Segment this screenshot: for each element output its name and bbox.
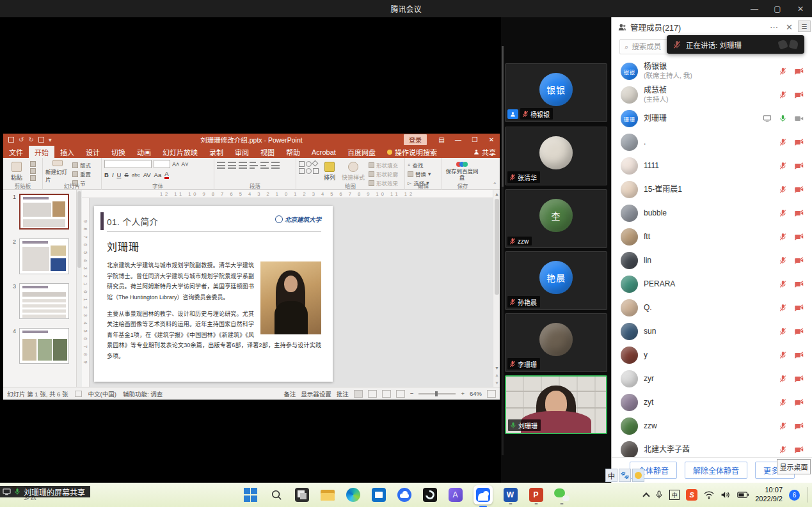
ime-skin-icon[interactable] <box>632 469 644 482</box>
zoom-level[interactable]: 64% <box>470 390 482 397</box>
member-row[interactable]: 银银 杨银银 (联席主持人, 我) <box>612 59 812 83</box>
member-mic-icon[interactable] <box>779 280 786 288</box>
show-desktop-edge[interactable] <box>808 487 808 503</box>
font-color-icon[interactable]: A <box>164 170 168 179</box>
vertical-ruler[interactable]: 9 8 7 6 5 4 3 2 1 0 1 2 3 4 5 6 7 8 9 <box>82 198 90 387</box>
comments-button[interactable]: 批注 <box>337 389 349 398</box>
member-row[interactable]: 珊珊 刘珊珊 <box>612 107 812 130</box>
bold-button[interactable]: B <box>104 171 109 178</box>
baidu-netdisk-icon[interactable] <box>396 485 413 504</box>
align-left-icon[interactable] <box>250 160 258 169</box>
save-to-netdisk-button[interactable]: 保存到百度网盘 <box>445 160 479 183</box>
member-row[interactable]: sun <box>612 320 812 343</box>
slide-thumbnail-3[interactable]: 3 <box>10 283 71 319</box>
replace-button[interactable]: 替换 ▾ <box>408 170 431 178</box>
member-row[interactable]: bubble <box>612 201 812 225</box>
member-camera-icon[interactable] <box>794 375 804 382</box>
task-view-icon[interactable] <box>294 485 310 504</box>
video-tile[interactable]: 艳晨 孙艳晨 <box>505 251 607 310</box>
member-camera-icon[interactable] <box>794 186 804 193</box>
clock[interactable]: 10:07 2022/9/2 <box>755 486 783 504</box>
wechat-icon[interactable] <box>553 485 570 504</box>
member-row[interactable]: zyr <box>612 367 812 391</box>
member-mic-icon[interactable] <box>779 162 786 170</box>
video-tile[interactable]: 李珊珊 <box>505 313 607 372</box>
justify-icon[interactable] <box>271 160 280 169</box>
member-row[interactable]: PERARA <box>612 272 812 296</box>
copy-icon[interactable] <box>30 168 36 174</box>
save-icon[interactable] <box>8 137 14 143</box>
member-camera-icon[interactable] <box>794 352 804 359</box>
member-row[interactable]: 成慧祯 (主持人) <box>612 83 812 107</box>
member-camera-icon[interactable] <box>794 210 804 217</box>
notification-badge[interactable]: 6 <box>789 490 800 501</box>
tray-mic-icon[interactable] <box>655 490 663 500</box>
accessibility-status[interactable]: 辅助功能: 调查 <box>123 389 163 398</box>
hamburger-icon[interactable]: ☰ <box>798 20 811 32</box>
member-camera-icon[interactable] <box>794 162 804 169</box>
ppt-menu-tab[interactable]: 操作说明搜索 <box>381 146 443 158</box>
notes-button[interactable]: 备注 <box>283 389 296 398</box>
bullets-icon[interactable] <box>217 160 225 169</box>
ime-toolbar[interactable]: 中 🐾 <box>605 469 644 482</box>
member-camera-icon[interactable] <box>794 304 804 311</box>
underline-button[interactable]: U <box>117 171 122 178</box>
slideshow-icon[interactable] <box>38 137 44 143</box>
slide-thumbnail-1[interactable]: 1 <box>10 194 71 230</box>
shape-outline-button[interactable]: 形状轮廓 <box>369 170 398 178</box>
member-row[interactable]: ftt <box>612 225 812 249</box>
member-camera-icon[interactable] <box>794 139 804 146</box>
more-options-icon[interactable]: ⋯ <box>770 22 778 32</box>
ppt-menu-tab[interactable]: 切换 <box>106 146 131 158</box>
new-slide-button[interactable]: 新建幻灯片 <box>45 160 70 183</box>
align-center-icon[interactable] <box>260 160 269 169</box>
maximize-button[interactable]: ▢ <box>766 0 789 17</box>
close-button[interactable]: ✕ <box>789 0 812 17</box>
video-strip-scrollbar[interactable] <box>502 46 504 455</box>
member-row[interactable]: zyt <box>612 391 812 414</box>
axure-icon[interactable]: A <box>447 485 464 504</box>
ppt-menu-tab[interactable]: 插入 <box>54 146 80 158</box>
member-mic-icon[interactable] <box>779 209 786 217</box>
member-camera-icon[interactable] <box>794 115 804 122</box>
powerpoint-icon[interactable]: P <box>528 485 545 504</box>
wifi-icon[interactable] <box>704 491 714 499</box>
ppt-restore-button[interactable]: ❐ <box>466 134 483 146</box>
member-camera-icon[interactable] <box>794 257 804 264</box>
ppt-menu-tab[interactable]: 视图 <box>255 146 280 158</box>
member-mic-icon[interactable] <box>779 375 786 383</box>
qat-dropdown-icon[interactable]: ▾ <box>49 136 52 143</box>
strikethrough-button[interactable]: S <box>124 171 128 178</box>
slide-thumbnail-2[interactable]: 2 <box>10 238 71 274</box>
ppt-menu-tab[interactable]: 开始 <box>29 146 54 158</box>
ppt-menu-tab[interactable]: Acrobat <box>306 146 342 158</box>
toast-mic-muted-icon[interactable] <box>673 40 681 49</box>
numbering-icon[interactable] <box>228 160 236 169</box>
start-button[interactable] <box>243 485 259 504</box>
unmute-all-button[interactable]: 解除全体静音 <box>685 462 747 479</box>
member-mic-icon[interactable] <box>779 446 786 454</box>
zoom-out-icon[interactable]: − <box>410 390 414 397</box>
member-mic-icon[interactable] <box>779 114 786 123</box>
member-row[interactable]: 15-崔雨晨1 <box>612 178 812 201</box>
italic-button[interactable]: I <box>112 171 114 178</box>
ime-mode-icon[interactable]: 中 <box>669 490 680 500</box>
clear-format-icon[interactable]: abc <box>132 172 140 178</box>
battery-icon[interactable] <box>737 491 749 499</box>
indent-icon[interactable] <box>239 160 247 169</box>
hidden-icons-chevron[interactable] <box>643 492 650 499</box>
member-mic-icon[interactable] <box>779 67 786 75</box>
find-button[interactable]: ⌕查找 <box>408 161 431 169</box>
zoom-in-icon[interactable]: + <box>461 390 465 397</box>
language-status[interactable]: 中文(中国) <box>88 389 116 398</box>
font-size-combobox[interactable] <box>154 160 170 168</box>
member-mic-icon[interactable] <box>779 327 786 336</box>
search-icon[interactable] <box>268 485 285 504</box>
ribbon-display-options-icon[interactable]: ▤ <box>433 134 450 146</box>
member-camera-icon[interactable] <box>794 423 804 430</box>
member-mic-icon[interactable] <box>779 351 786 359</box>
slideshow-view-icon[interactable] <box>396 390 405 398</box>
volume-icon[interactable] <box>720 490 731 499</box>
undo-icon[interactable]: ↺ <box>19 136 24 143</box>
ppt-menu-tab[interactable]: 幻灯片放映 <box>157 146 203 158</box>
